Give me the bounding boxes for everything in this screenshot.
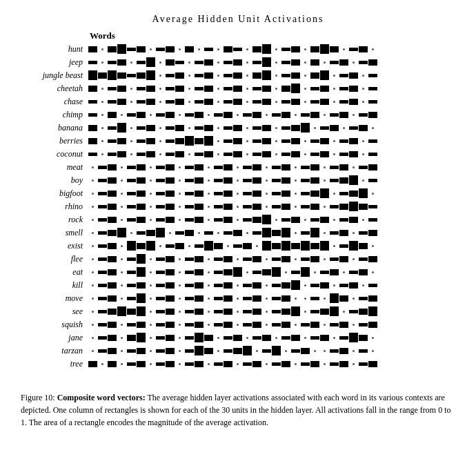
grid-cell [117, 293, 126, 304]
grid-cell [127, 319, 136, 330]
word-label: exist [21, 241, 88, 251]
grid-cell [224, 70, 232, 81]
grid-cell [339, 319, 348, 330]
grid-cell [330, 358, 339, 369]
word-cells [88, 57, 377, 68]
grid-cell [233, 306, 242, 317]
grid-cell [127, 227, 136, 238]
grid-cell [368, 122, 377, 133]
grid-cell [281, 96, 290, 107]
grid-cell [272, 57, 281, 68]
grid-cell [262, 227, 271, 238]
grid-cell [359, 57, 368, 68]
grid-cell [243, 240, 252, 251]
grid-cell [359, 109, 368, 120]
grid-cell [291, 293, 300, 304]
grid-cell [195, 240, 204, 251]
grid-cell [310, 253, 319, 264]
grid-cell [359, 240, 368, 251]
grid-cell [252, 345, 261, 356]
grid-cell [262, 345, 271, 356]
grid-cell [88, 319, 97, 330]
grid-cell [88, 175, 97, 186]
grid-cell [320, 57, 329, 68]
grid-cell [98, 358, 107, 369]
grid-cell [117, 306, 126, 317]
grid-cell [156, 109, 165, 120]
grid-cell [146, 319, 155, 330]
caption: Figure 10: Composite word vectors: The a… [21, 391, 455, 429]
word-label: move [21, 293, 88, 304]
grid-cell [349, 43, 358, 55]
word-label: bigfoot [21, 188, 88, 199]
grid-cell [98, 162, 107, 173]
grid-cell [243, 319, 252, 330]
grid-cell [224, 214, 232, 225]
grid-cell [272, 358, 281, 369]
grid-cell [137, 96, 146, 107]
grid-cell [195, 214, 204, 225]
grid-cell [243, 57, 252, 68]
grid-cell [301, 201, 310, 212]
grid-cell [272, 135, 281, 146]
word-label: rhino [21, 202, 88, 212]
grid-cell [166, 266, 175, 277]
grid-cell [320, 332, 329, 343]
grid-cell [243, 358, 252, 369]
grid-cell [291, 109, 300, 120]
grid-cell [281, 122, 290, 133]
grid-cell [224, 57, 232, 68]
grid-cell [117, 201, 126, 212]
grid-cell [368, 240, 377, 251]
word-row: rhino [21, 200, 455, 213]
grid-cell [108, 43, 117, 55]
grid-cell [252, 70, 261, 81]
grid-cell [320, 122, 329, 133]
grid-cell [204, 43, 213, 55]
grid-cell [204, 345, 213, 356]
grid-cell [233, 332, 242, 343]
grid-cell [185, 227, 194, 238]
grid-cell [117, 96, 126, 107]
grid-cell [204, 293, 213, 304]
grid-cell [233, 43, 242, 55]
grid-cell [252, 148, 261, 159]
grid-cell [233, 175, 242, 186]
grid-cell [310, 266, 319, 277]
grid-cell [146, 109, 155, 120]
grid-cell [204, 96, 213, 107]
grid-cell [243, 293, 252, 304]
grid-cell [175, 57, 184, 68]
grid-cell [368, 96, 377, 107]
grid-cell [233, 162, 242, 173]
word-cells [88, 332, 377, 343]
grid-cell [166, 319, 175, 330]
grid-cell [108, 358, 117, 369]
grid-cell [320, 201, 329, 212]
grid-cell [349, 96, 358, 107]
grid-cell [146, 240, 155, 251]
grid-cell [301, 162, 310, 173]
grid-cell [146, 332, 155, 343]
grid-cell [233, 214, 242, 225]
grid-cell [310, 332, 319, 343]
grid-cell [349, 122, 358, 133]
grid-cell [272, 332, 281, 343]
grid-cell [137, 83, 146, 94]
grid-cell [291, 162, 300, 173]
grid-cell [301, 253, 310, 264]
grid-cell [137, 70, 146, 81]
grid-cell [156, 253, 165, 264]
grid-cell [368, 83, 377, 94]
word-label: boy [21, 175, 88, 186]
grid-cell [359, 162, 368, 173]
grid-cell [330, 188, 339, 199]
grid-cell [349, 162, 358, 173]
grid-cell [349, 332, 358, 343]
word-row: rock [21, 213, 455, 226]
grid-cell [214, 240, 223, 251]
grid-cell [108, 175, 117, 186]
grid-cell [368, 306, 377, 317]
word-row: exist [21, 240, 455, 252]
grid-cell [349, 240, 358, 251]
